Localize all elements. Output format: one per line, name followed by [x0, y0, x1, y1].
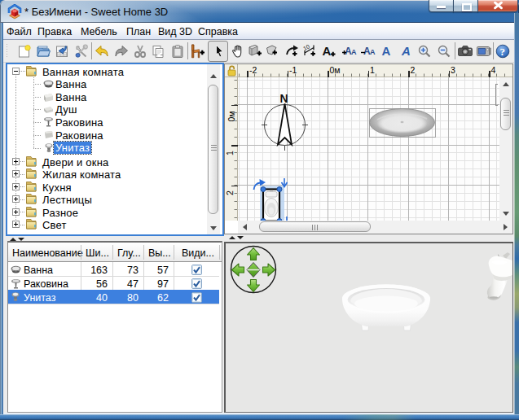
- svg-text:A: A: [401, 44, 411, 58]
- svg-text:A: A: [323, 44, 332, 58]
- svg-text:N: N: [280, 92, 288, 105]
- svg-text:А: А: [370, 48, 376, 56]
- svg-text:А: А: [351, 48, 357, 56]
- svg-text:?: ?: [499, 46, 505, 58]
- svg-text:A: A: [382, 44, 391, 58]
